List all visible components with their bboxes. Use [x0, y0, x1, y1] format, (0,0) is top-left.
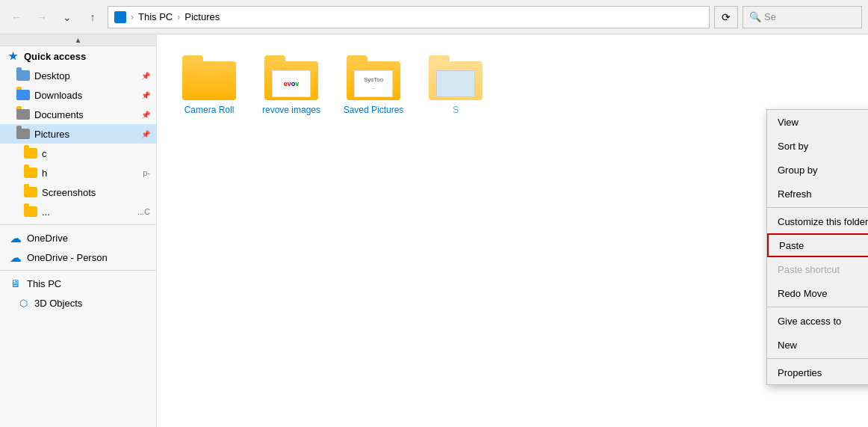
recent-button[interactable]: ⌄ — [57, 7, 78, 28]
folder-label-camera-roll: Camera Roll — [185, 105, 235, 115]
sidebar-label-quick-access: Quick access — [24, 51, 150, 62]
sidebar-sep-2 — [0, 270, 156, 271]
folder-icon-saved: SysToo... — [347, 55, 400, 100]
sidebar-label-sub2: h — [42, 168, 138, 179]
breadcrumb-thispc: This PC — [138, 11, 173, 22]
sidebar-item-sub2[interactable]: h p- — [0, 163, 156, 182]
ctx-sep-3 — [767, 358, 868, 359]
ctx-item-properties[interactable]: Properties — [767, 360, 868, 384]
folder-icon-s — [429, 55, 483, 100]
pin-icon-desktop: 📌 — [141, 72, 150, 80]
folder-doc-icon — [16, 108, 30, 121]
sidebar: ▲ ★ Quick access Desktop 📌 Downloads — [0, 34, 157, 427]
breadcrumb-sep1: › — [131, 12, 134, 22]
context-menu: View › Sort by › Group by › Refresh Cust… — [766, 109, 868, 385]
breadcrumb-pictures: Pictures — [185, 11, 220, 22]
up-button[interactable]: ↑ — [82, 7, 103, 28]
sidebar-item-screenshots[interactable]: Screenshots — [0, 182, 156, 202]
sidebar-sub3-sublabel: ...C — [137, 207, 150, 216]
folder-label-saved: Saved Pictures — [344, 105, 404, 115]
folder-revove-images[interactable]: evov revove images — [254, 49, 329, 121]
ctx-label-refresh: Refresh — [778, 188, 868, 200]
onedrive-personal-icon: ☁ — [9, 251, 22, 264]
sidebar-label-documents: Documents — [34, 109, 137, 120]
breadcrumb-sep2: › — [177, 12, 180, 22]
folder-saved-pictures[interactable]: SysToo... Saved Pictures — [336, 49, 411, 121]
onedrive-icon: ☁ — [9, 231, 22, 245]
sidebar-label-onedrive-personal: OneDrive - Person — [27, 252, 150, 263]
sidebar-item-downloads[interactable]: Downloads 📌 — [0, 85, 156, 105]
scroll-up-arrow[interactable]: ▲ — [0, 34, 156, 46]
forward-button[interactable]: → — [31, 7, 52, 28]
sidebar-item-quick-access[interactable]: ★ Quick access — [0, 46, 156, 66]
sidebar-scroll[interactable]: ★ Quick access Desktop 📌 Downloads 📌 — [0, 46, 156, 427]
ctx-item-redo-move[interactable]: Redo Move Ctrl+Y — [767, 281, 868, 305]
sidebar-label-onedrive: OneDrive — [27, 233, 150, 244]
sidebar-item-sub3[interactable]: ... ...C — [0, 202, 156, 221]
ctx-label-new: New — [778, 340, 868, 351]
sidebar-label-sub1: c — [42, 148, 150, 159]
folder-icon-camera-roll — [182, 55, 236, 100]
sidebar-label-pictures: Pictures — [34, 129, 137, 140]
folder-screenshots-icon — [24, 185, 37, 199]
sidebar-item-sub1[interactable]: c — [0, 144, 156, 163]
ctx-label-paste-shortcut: Paste shortcut — [778, 264, 868, 275]
sidebar-label-thispc: This PC — [27, 278, 150, 289]
refresh-address-button[interactable]: ⟳ — [714, 6, 738, 28]
titlebar: ← → ⌄ ↑ › This PC › Pictures ⟳ 🔍 Se — [0, 0, 868, 34]
search-placeholder: Se — [764, 11, 776, 22]
folder-label-revove: revove images — [262, 105, 320, 115]
folder-blue-icon — [16, 69, 30, 82]
ctx-sep-1 — [767, 207, 868, 208]
sidebar-label-screenshots: Screenshots — [42, 187, 150, 198]
sidebar-label-desktop: Desktop — [34, 70, 137, 82]
sidebar-sep-1 — [0, 224, 156, 225]
folder-download-icon — [16, 88, 30, 102]
folder-icon — [114, 11, 126, 23]
ctx-item-sort-by[interactable]: Sort by › — [767, 134, 868, 158]
ctx-item-view[interactable]: View › — [767, 110, 868, 134]
sidebar-item-desktop[interactable]: Desktop 📌 — [0, 66, 156, 85]
main-layout: ▲ ★ Quick access Desktop 📌 Downloads — [0, 34, 868, 427]
ctx-label-sort-by: Sort by — [778, 141, 868, 152]
folder-sub2-icon — [24, 166, 37, 179]
sidebar-item-thispc[interactable]: 🖥 This PC — [0, 274, 156, 293]
search-icon: 🔍 — [749, 11, 761, 22]
folder-s[interactable]: S — [418, 49, 493, 121]
folder-sub3-icon — [24, 205, 37, 218]
ctx-item-paste-shortcut[interactable]: Paste shortcut — [767, 257, 868, 281]
folder-camera-roll[interactable]: Camera Roll — [172, 49, 247, 121]
search-box[interactable]: 🔍 Se — [743, 6, 862, 28]
ctx-label-group-by: Group by — [778, 165, 868, 176]
ctx-item-refresh[interactable]: Refresh — [767, 182, 868, 206]
address-bar[interactable]: › This PC › Pictures — [108, 6, 710, 28]
ctx-item-give-access[interactable]: Give access to › — [767, 309, 868, 333]
ctx-item-new[interactable]: New › — [767, 333, 868, 357]
computer-icon: 🖥 — [9, 277, 22, 290]
ctx-label-customize: Customize this folder... — [778, 216, 868, 227]
3dobjects-icon: ⬡ — [16, 296, 30, 310]
sidebar-label-sub3: ... — [42, 206, 133, 218]
file-area: Camera Roll evov revove images SysToo.. — [157, 34, 868, 427]
sidebar-item-documents[interactable]: Documents 📌 — [0, 105, 156, 124]
ctx-item-group-by[interactable]: Group by › — [767, 158, 868, 182]
ctx-label-properties: Properties — [778, 367, 868, 378]
folder-icon-revove: evov — [264, 55, 318, 100]
sidebar-item-onedrive-personal[interactable]: ☁ OneDrive - Person — [0, 248, 156, 267]
folder-pictures-icon — [16, 127, 30, 141]
star-icon: ★ — [6, 49, 19, 63]
pin-icon-pictures: 📌 — [141, 130, 150, 138]
folder-label-s: S — [453, 105, 459, 115]
folder-sub1-icon — [24, 147, 37, 160]
ctx-label-paste: Paste — [779, 240, 868, 251]
sidebar-item-pictures[interactable]: Pictures 📌 — [0, 124, 156, 144]
ctx-item-customize[interactable]: Customize this folder... — [767, 209, 868, 233]
sidebar-sub2-sublabel: p- — [143, 168, 150, 177]
ctx-item-paste[interactable]: Paste — [767, 233, 868, 257]
back-button[interactable]: ← — [6, 7, 27, 28]
ctx-label-redo-move: Redo Move — [778, 288, 868, 299]
pin-icon-documents: 📌 — [141, 111, 150, 119]
sidebar-item-onedrive[interactable]: ☁ OneDrive — [0, 228, 156, 248]
sidebar-item-3dobjects[interactable]: ⬡ 3D Objects — [0, 293, 156, 313]
ctx-label-give-access: Give access to — [778, 316, 868, 327]
